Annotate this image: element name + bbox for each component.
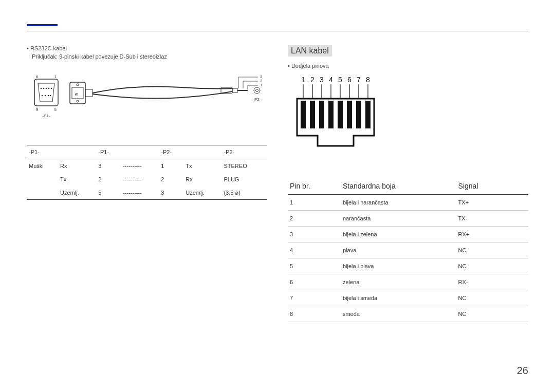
svg-point-13 — [77, 100, 79, 102]
svg-text:IN: IN — [75, 93, 78, 97]
svg-point-4 — [46, 88, 47, 89]
svg-point-10 — [50, 95, 51, 97]
header-accent — [27, 24, 58, 26]
lan-cell: NC — [456, 258, 528, 274]
svg-rect-16 — [85, 89, 92, 97]
svg-marker-1 — [38, 83, 54, 102]
rs-cell: Muški — [27, 159, 58, 173]
rs-cell: PLUG — [221, 173, 267, 186]
lan-cell: bijela i plava — [341, 258, 456, 274]
svg-rect-38 — [319, 101, 324, 128]
lan-cell: NC — [456, 290, 528, 306]
pin-num-5: 5 — [338, 76, 342, 84]
p1-pin-6: 6 — [36, 74, 39, 79]
lan-cell: bijela i narančasta — [341, 195, 456, 211]
lan-h-color: Standardna boja — [341, 178, 456, 195]
lan-row: 3bijela i zelenaRX+ — [288, 227, 528, 242]
rs-cell: 5 — [96, 186, 121, 200]
rs-cell: 1 — [159, 159, 183, 173]
svg-rect-36 — [301, 101, 306, 128]
p2-label: -P2- — [253, 97, 261, 102]
rs-cell: ---------- — [121, 159, 159, 173]
svg-point-2 — [41, 88, 42, 89]
lan-row: 5bijela i plavaNC — [288, 258, 528, 274]
lan-cell: 6 — [288, 274, 341, 290]
pin-num-3: 3 — [320, 76, 324, 84]
svg-rect-40 — [338, 101, 343, 128]
lan-h-pin: Pin br. — [288, 178, 341, 195]
lan-row: 4plavaNC — [288, 242, 528, 258]
lan-cell: 8 — [288, 306, 341, 322]
rs-cell: ---------- — [121, 186, 159, 200]
lan-cell: RX+ — [456, 227, 528, 242]
lan-cell: zelena — [341, 274, 456, 290]
svg-rect-37 — [310, 101, 315, 128]
lan-cell: NC — [456, 242, 528, 258]
svg-point-7 — [42, 95, 43, 97]
rs-h-1: -P1- — [96, 145, 121, 159]
lan-cell: bijela i zelena — [341, 227, 456, 242]
svg-rect-43 — [365, 101, 371, 128]
lan-table: Pin br. Standardna boja Signal 1bijela i… — [288, 178, 528, 322]
lan-cell: bijela i smeđa — [341, 290, 456, 306]
rs-h-6: -P2- — [221, 145, 267, 159]
pin-num-4: 4 — [329, 76, 333, 84]
svg-point-12 — [77, 84, 79, 86]
left-column: RS232C kabel Priključak: 9-pinski kabel … — [27, 45, 267, 322]
rj45-svg: 1 2 3 4 5 6 7 8 — [288, 73, 385, 160]
rs232c-table: -P1- -P1- -P2- -P2- Muški Rx 3 ---------… — [27, 145, 267, 200]
p1-label: -P1- — [42, 114, 50, 118]
pin-num-2: 2 — [310, 76, 314, 84]
rs-cell: Tx — [58, 173, 96, 186]
lan-cell: RX- — [456, 274, 528, 290]
lan-row: 7bijela i smeđaNC — [288, 290, 528, 306]
svg-point-20 — [254, 87, 260, 94]
rs-row-2: Uzemlj. 5 ---------- 3 Uzemlj. (3,5 ø) — [27, 186, 267, 200]
p1-pin-5: 5 — [54, 107, 57, 112]
rs-row-0: Muški Rx 3 ---------- 1 Tx STEREO — [27, 159, 267, 173]
lan-header-row: Pin br. Standardna boja Signal — [288, 178, 528, 195]
rs-header-row: -P1- -P1- -P2- -P2- — [27, 145, 267, 159]
svg-rect-39 — [328, 101, 334, 128]
rs-row-1: Tx 2 ---------- 2 Rx PLUG — [27, 173, 267, 186]
lan-cell: plava — [341, 242, 456, 258]
rs-cell: Rx — [183, 173, 221, 186]
svg-point-8 — [45, 95, 46, 97]
lan-row: 8smeđaNC — [288, 306, 528, 322]
lan-row: 6zelenaRX- — [288, 274, 528, 290]
lan-cell: 3 — [288, 227, 341, 242]
lan-title: LAN kabel — [288, 45, 332, 57]
page-columns: RS232C kabel Priključak: 9-pinski kabel … — [27, 45, 528, 322]
svg-point-9 — [48, 95, 49, 97]
svg-rect-18 — [232, 88, 237, 92]
rs-cell — [27, 173, 58, 186]
p1-pin-1: 1 — [54, 74, 57, 79]
rs-cell: 3 — [159, 186, 183, 200]
svg-point-6 — [51, 88, 52, 89]
rs-cell: 3 — [96, 159, 121, 173]
lan-cell: TX+ — [456, 195, 528, 211]
right-column: LAN kabel Dodjela pinova 1 2 3 4 5 6 7 8 — [288, 45, 528, 322]
lan-cell: smeđa — [341, 306, 456, 322]
rs-cell: Rx — [58, 159, 96, 173]
svg-rect-41 — [347, 101, 352, 128]
svg-point-21 — [256, 89, 258, 92]
pin-num-1: 1 — [301, 76, 305, 84]
svg-rect-42 — [356, 101, 361, 128]
rs232c-svg: 6 1 9 5 -P1- IN — [27, 68, 263, 129]
lan-h-signal: Signal — [456, 178, 528, 195]
rs-cell: ---------- — [121, 173, 159, 186]
rs-cell: Tx — [183, 159, 221, 173]
lan-cell: 4 — [288, 242, 341, 258]
lan-cell: 5 — [288, 258, 341, 274]
rs-h-0: -P1- — [27, 145, 58, 159]
lan-cell: 7 — [288, 290, 341, 306]
rs-cell — [27, 186, 58, 200]
lan-bullet: Dodjela pinova — [288, 63, 528, 69]
header-rule — [27, 31, 528, 31]
rs-cell: Uzemlj. — [58, 186, 96, 200]
p1-pin-9: 9 — [36, 107, 39, 112]
rs-h-4: -P2- — [159, 145, 183, 159]
rs232c-subline: Priključak: 9-pinski kabel povezuje D-Su… — [32, 53, 267, 60]
pin-num-8: 8 — [366, 76, 370, 84]
